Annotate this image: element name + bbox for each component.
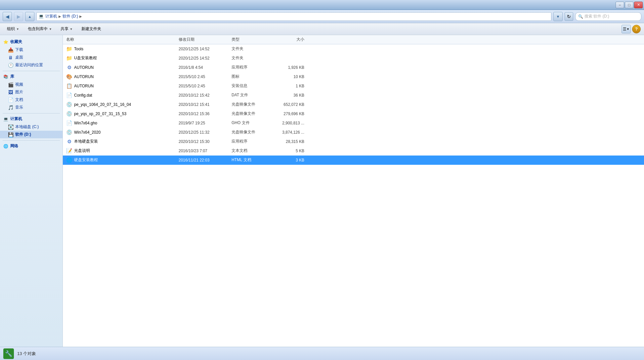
file-size: 5 KB [271, 149, 304, 153]
file-icon: 💿 [66, 129, 72, 135]
table-row[interactable]: 📄 Win7x64.gho 2019/9/7 19:25 GHO 文件 2,90… [63, 118, 644, 128]
file-icon: 🌐 [66, 157, 72, 163]
dropdown-button[interactable]: ▼ [553, 12, 563, 21]
file-type: 文件夹 [232, 46, 271, 52]
file-type: 文件夹 [232, 55, 271, 61]
sidebar-item-recent[interactable]: 🕐 最近访问的位置 [0, 61, 63, 69]
file-name: pe_yqs_xp_20_07_31_15_53 [74, 112, 126, 116]
header-date[interactable]: 修改日期 [179, 37, 232, 42]
back-button[interactable]: ◀ [3, 12, 12, 21]
sidebar-item-music[interactable]: 🎵 音乐 [0, 104, 63, 111]
header-type[interactable]: 类型 [232, 37, 271, 42]
include-library-button[interactable]: 包含到库中 ▼ [24, 24, 56, 34]
file-type: 图标 [232, 74, 271, 79]
table-row[interactable]: 📄 Config.dat 2020/10/12 15:42 DAT 文件 36 … [63, 91, 644, 100]
sidebar-section-favorites: ⭐ 收藏夹 📥 下载 🖥 桌面 🕐 最近访问的位置 [0, 38, 63, 69]
search-box[interactable]: 🔍 搜索 软件 (D:) [575, 12, 641, 21]
file-name-cell: 💿 pe_yqs_xp_20_07_31_15_53 [66, 111, 179, 117]
file-date: 2020/12/25 14:52 [179, 56, 232, 61]
table-row[interactable]: 📋 AUTORUN 2015/5/10 2:45 安装信息 1 KB [63, 81, 644, 91]
sidebar-item-desktop[interactable]: 🖥 桌面 [0, 54, 63, 61]
maximize-button[interactable]: □ [625, 2, 633, 8]
sidebar-item-picture[interactable]: 🖼 图片 [0, 88, 63, 96]
minimize-button[interactable]: − [616, 2, 624, 8]
desktop-label: 桌面 [15, 55, 23, 60]
new-folder-button[interactable]: 新建文件夹 [78, 24, 105, 34]
file-date: 2020/10/12 15:41 [179, 102, 232, 107]
status-text: 13 个对象 [17, 351, 36, 357]
table-row[interactable]: 📁 U盘安装教程 2020/12/25 14:52 文件夹 [63, 54, 644, 63]
table-row[interactable]: ⚙ AUTORUN 2016/1/8 4:54 应用程序 1,926 KB [63, 63, 644, 72]
file-list: 📁 Tools 2020/12/25 14:52 文件夹 📁 U盘安装教程 20… [63, 44, 644, 196]
download-icon: 📥 [8, 47, 13, 53]
toolbar: 组织 ▼ 包含到库中 ▼ 共享 ▼ 新建文件夹 ☰ ▼ ? [0, 23, 644, 35]
file-size: 1 KB [271, 84, 304, 88]
help-button[interactable]: ? [632, 25, 641, 33]
sidebar-header-computer[interactable]: 💻 计算机 [0, 115, 63, 123]
file-size: 279,696 KB [271, 112, 304, 116]
file-name: Tools [74, 47, 83, 51]
sidebar-item-download[interactable]: 📥 下载 [0, 46, 63, 54]
file-type: DAT 文件 [232, 92, 271, 98]
video-label: 视频 [15, 82, 23, 87]
download-label: 下载 [15, 47, 23, 53]
sidebar-item-document[interactable]: 📄 文档 [0, 96, 63, 104]
header-size[interactable]: 大小 [271, 37, 304, 42]
file-name: pe_yqs_1064_20_07_31_16_04 [74, 102, 131, 107]
desktop-icon: 🖥 [8, 55, 13, 60]
file-type: 安装信息 [232, 83, 271, 89]
search-icon: 🔍 [578, 14, 583, 19]
document-label: 文档 [15, 97, 23, 103]
sidebar-header-library[interactable]: 📚 库 [0, 72, 63, 81]
network-label: 网络 [10, 143, 18, 149]
picture-icon: 🖼 [8, 90, 13, 95]
refresh-button[interactable]: ↻ [565, 12, 573, 21]
file-date: 2020/12/25 11:32 [179, 130, 232, 135]
table-row[interactable]: 🎨 AUTORUN 2015/5/10 2:45 图标 10 KB [63, 72, 644, 81]
recent-icon: 🕐 [8, 63, 13, 68]
file-size: 28,315 KB [271, 139, 304, 144]
file-name-cell: ⚙ AUTORUN [66, 65, 179, 70]
table-row[interactable]: 📁 Tools 2020/12/25 14:52 文件夹 [63, 44, 644, 54]
sidebar-item-drive-d[interactable]: 💾 软件 (D:) [0, 131, 63, 138]
table-row[interactable]: 💿 Win7x64_2020 2020/12/25 11:32 光盘映像文件 3… [63, 128, 644, 137]
path-computer[interactable]: 计算机 [45, 14, 57, 19]
header-name[interactable]: 名称 [66, 37, 179, 42]
file-type: 文本文档 [232, 148, 271, 154]
address-path[interactable]: 💻 计算机 ▶ 软件 (D:) ▶ [36, 12, 551, 21]
status-bar: 🔧 13 个对象 [0, 347, 644, 360]
sidebar-item-video[interactable]: 🎬 视频 [0, 81, 63, 88]
path-drive[interactable]: 软件 (D:) [63, 14, 78, 19]
close-button[interactable]: ✕ [634, 2, 643, 8]
recent-label: 最近访问的位置 [15, 62, 43, 68]
file-name-cell: 📋 AUTORUN [66, 83, 179, 89]
sidebar-header-favorites[interactable]: ⭐ 收藏夹 [0, 38, 63, 46]
file-icon: 📄 [66, 92, 72, 98]
favorites-label: 收藏夹 [10, 39, 22, 45]
forward-button[interactable]: ▶ [14, 12, 23, 21]
sidebar-header-network[interactable]: 🌐 网络 [0, 142, 63, 150]
divider-1 [3, 71, 60, 71]
file-name-cell: ⚙ 本地硬盘安装 [66, 139, 179, 145]
sidebar-item-drive-c[interactable]: 💽 本地磁盘 (C:) [0, 123, 63, 131]
share-button[interactable]: 共享 ▼ [57, 24, 76, 34]
empty-area[interactable] [63, 196, 644, 347]
up-button[interactable]: ▲ [25, 12, 34, 21]
file-icon: ⚙ [66, 139, 72, 145]
library-label: 库 [10, 74, 14, 79]
table-row[interactable]: ⚙ 本地硬盘安装 2020/10/12 15:30 应用程序 28,315 KB [63, 137, 644, 146]
search-placeholder: 搜索 软件 (D:) [584, 14, 609, 19]
view-button[interactable]: ☰ ▼ [622, 25, 631, 33]
title-bar: − □ ✕ [0, 0, 644, 10]
table-row[interactable]: 💿 pe_yqs_xp_20_07_31_15_53 2020/10/12 15… [63, 109, 644, 118]
include-label: 包含到库中 [28, 26, 48, 32]
drive-d-icon: 💾 [8, 132, 13, 137]
file-list-header: 名称 修改日期 类型 大小 [63, 35, 644, 44]
table-row[interactable]: 📝 光盘说明 2016/10/23 7:07 文本文档 5 KB [63, 146, 644, 156]
computer-icon: 💻 [39, 14, 44, 19]
file-type: 光盘映像文件 [232, 111, 271, 116]
file-name: AUTORUN [74, 74, 94, 79]
table-row[interactable]: 🌐 硬盘安装教程 2016/11/21 22:03 HTML 文档 3 KB [63, 156, 644, 165]
organize-button[interactable]: 组织 ▼ [3, 24, 23, 34]
table-row[interactable]: 💿 pe_yqs_1064_20_07_31_16_04 2020/10/12 … [63, 100, 644, 109]
